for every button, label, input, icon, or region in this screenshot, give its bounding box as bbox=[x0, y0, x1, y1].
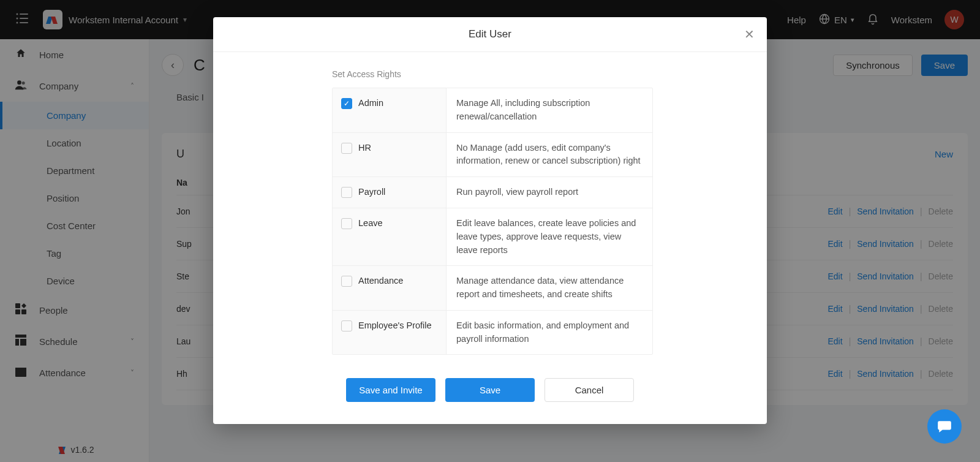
rights-description: Edit leave balances, create leave polici… bbox=[447, 208, 652, 265]
cancel-button[interactable]: Cancel bbox=[545, 378, 634, 402]
rights-left: Attendance bbox=[333, 266, 447, 310]
checkbox[interactable] bbox=[341, 320, 352, 331]
modal-overlay: Edit User ✕ Set Access Rights ✓AdminMana… bbox=[0, 0, 980, 462]
rights-description: Run payroll, view payroll report bbox=[447, 177, 652, 208]
rights-description: Edit basic information, and employment a… bbox=[447, 311, 652, 355]
modal-title: Edit User bbox=[469, 28, 511, 40]
rights-row: LeaveEdit leave balances, create leave p… bbox=[333, 208, 652, 266]
rights-description: Manage All, including subscription renew… bbox=[447, 88, 652, 132]
rights-left: HR bbox=[333, 133, 447, 177]
section-label: Set Access Rights bbox=[332, 69, 737, 79]
checkbox[interactable] bbox=[341, 276, 352, 287]
checkbox[interactable] bbox=[341, 187, 352, 198]
rights-name: Payroll bbox=[358, 187, 385, 197]
rights-name: Attendance bbox=[358, 276, 403, 286]
checkbox[interactable] bbox=[341, 143, 352, 154]
rights-left: Employee's Profile bbox=[333, 311, 447, 355]
rights-left: Leave bbox=[333, 208, 447, 265]
rights-row: PayrollRun payroll, view payroll report bbox=[333, 177, 652, 208]
close-icon[interactable]: ✕ bbox=[744, 27, 755, 42]
checkbox[interactable] bbox=[341, 218, 352, 229]
rights-left: Payroll bbox=[333, 177, 447, 208]
rights-name: Leave bbox=[358, 218, 383, 228]
rights-row: HRNo Manage (add users, edit company's i… bbox=[333, 133, 652, 178]
rights-description: Manage attendance data, view attendance … bbox=[447, 266, 652, 310]
save-and-invite-button[interactable]: Save and Invite bbox=[346, 378, 435, 402]
rights-name: Admin bbox=[358, 98, 383, 108]
rights-name: Employee's Profile bbox=[358, 320, 432, 330]
modal-save-button[interactable]: Save bbox=[445, 378, 535, 402]
rights-row: ✓AdminManage All, including subscription… bbox=[333, 88, 652, 133]
rights-row: Employee's ProfileEdit basic information… bbox=[333, 311, 652, 355]
checkbox[interactable]: ✓ bbox=[341, 98, 352, 109]
rights-name: HR bbox=[358, 143, 371, 153]
access-rights-table: ✓AdminManage All, including subscription… bbox=[332, 88, 653, 355]
rights-row: AttendanceManage attendance data, view a… bbox=[333, 266, 652, 311]
modal-header: Edit User ✕ bbox=[213, 17, 767, 52]
rights-description: No Manage (add users, edit company's inf… bbox=[447, 133, 652, 177]
rights-left: ✓Admin bbox=[333, 88, 447, 132]
chat-bubble[interactable] bbox=[927, 409, 962, 444]
edit-user-modal: Edit User ✕ Set Access Rights ✓AdminMana… bbox=[213, 17, 767, 424]
